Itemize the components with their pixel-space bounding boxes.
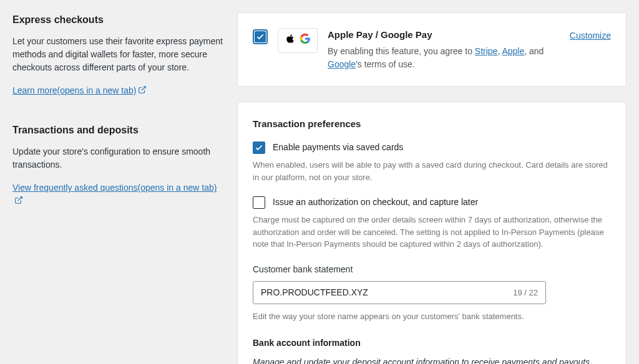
char-count: 19 / 22 (513, 287, 538, 299)
bank-heading: Bank account information (253, 337, 611, 350)
settings-sidebar: Express checkouts Let your customers use… (12, 12, 225, 364)
faq-link[interactable]: View frequently asked questions(opens in… (12, 183, 217, 206)
authorization-help: Charge must be captured on the order det… (253, 214, 611, 251)
express-method-desc: By enabling this feature, you agree to S… (328, 45, 560, 71)
statement-input-wrap: 19 / 22 (253, 281, 546, 305)
external-link-icon (138, 85, 147, 98)
google-link[interactable]: Google (328, 59, 356, 69)
authorization-checkbox[interactable] (253, 196, 265, 209)
express-checkouts-section: Express checkouts Let your customers use… (12, 12, 225, 98)
express-checkout-card: Apple Pay / Google Pay By enabling this … (237, 12, 627, 87)
saved-cards-checkbox[interactable] (253, 141, 265, 154)
svg-line-1 (18, 197, 22, 201)
customize-link[interactable]: Customize (570, 28, 611, 42)
section-description: Update your store's configuration to ens… (12, 145, 225, 171)
apple-google-pay-checkbox[interactable] (253, 29, 268, 44)
stripe-link[interactable]: Stripe (475, 46, 498, 56)
transaction-preferences-card: Transaction preferences Enable payments … (237, 102, 627, 365)
express-method-title: Apple Pay / Google Pay (328, 28, 560, 42)
statement-help: Edit the way your store name appears on … (253, 310, 611, 323)
section-heading: Express checkouts (12, 12, 225, 27)
svg-line-0 (142, 87, 145, 90)
external-link-icon (14, 195, 23, 208)
payment-logos (278, 28, 318, 53)
authorization-label: Issue an authorization on checkout, and … (273, 196, 478, 209)
apple-link[interactable]: Apple (502, 46, 524, 56)
section-heading: Transactions and deposits (12, 123, 225, 138)
google-icon (300, 33, 311, 48)
statement-input[interactable] (261, 287, 513, 297)
section-description: Let your customers use their favorite ex… (12, 35, 225, 74)
main-content: Apple Pay / Google Pay By enabling this … (237, 12, 627, 364)
learn-more-link[interactable]: Learn more(opens in a new tab) (12, 85, 147, 95)
apple-icon (285, 32, 296, 49)
transaction-prefs-heading: Transaction preferences (253, 117, 611, 132)
bank-desc: Manage and update your deposit account i… (253, 356, 611, 365)
saved-cards-help: When enabled, users will be able to pay … (253, 159, 611, 183)
transactions-section: Transactions and deposits Update your st… (12, 123, 225, 208)
saved-cards-label: Enable payments via saved cards (273, 141, 403, 154)
statement-label: Customer bank statement (253, 263, 611, 276)
